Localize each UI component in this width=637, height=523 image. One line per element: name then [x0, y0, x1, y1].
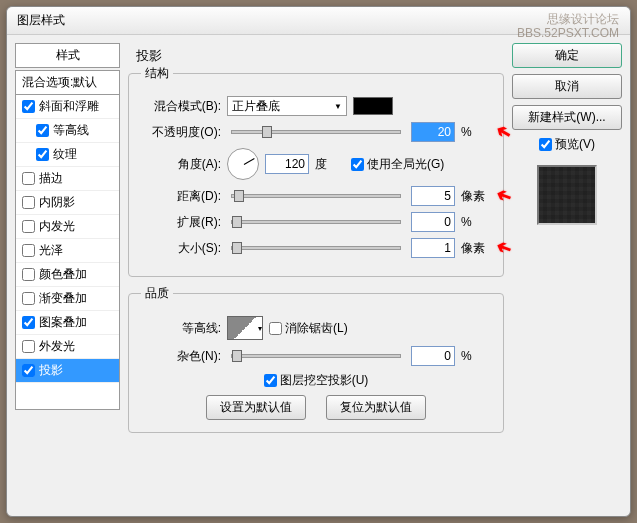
chevron-down-icon: ▾: [258, 324, 262, 333]
style-item-stroke[interactable]: 描边: [16, 167, 119, 191]
quality-legend: 品质: [141, 285, 173, 302]
check-inner-glow[interactable]: [22, 220, 35, 233]
check-color-overlay[interactable]: [22, 268, 35, 281]
angle-input[interactable]: [265, 154, 309, 174]
blend-mode-label: 混合模式(B):: [141, 98, 221, 115]
slider-thumb[interactable]: [234, 190, 244, 202]
ok-button[interactable]: 确定: [512, 43, 622, 68]
angle-dial[interactable]: [227, 148, 259, 180]
quality-fieldset: 品质 等高线: ▾ 消除锯齿(L) 杂色(N): % 图层挖空投影(U) 设置为…: [128, 285, 504, 433]
check-texture[interactable]: [36, 148, 49, 161]
style-item-texture[interactable]: 纹理: [16, 143, 119, 167]
distance-slider[interactable]: [231, 194, 401, 198]
styles-panel: 样式 混合选项:默认 斜面和浮雕 等高线 纹理 描边 内阴影 内发光 光泽 颜色…: [15, 43, 120, 508]
style-item-inner-glow[interactable]: 内发光: [16, 215, 119, 239]
structure-fieldset: 结构 混合模式(B): 正片叠底▼ 不透明度(O): % ➔ 角度(A):: [128, 65, 504, 277]
contour-label: 等高线:: [141, 320, 221, 337]
style-item-drop-shadow[interactable]: 投影: [16, 359, 119, 383]
check-stroke[interactable]: [22, 172, 35, 185]
spread-unit: %: [461, 215, 491, 229]
structure-legend: 结构: [141, 65, 173, 82]
global-light-checkbox[interactable]: 使用全局光(G): [351, 156, 444, 173]
antialias-checkbox[interactable]: 消除锯齿(L): [269, 320, 348, 337]
shadow-color-swatch[interactable]: [353, 97, 393, 115]
check-contour[interactable]: [36, 124, 49, 137]
spread-label: 扩展(R):: [141, 214, 221, 231]
contour-picker[interactable]: ▾: [227, 316, 263, 340]
check-outer-glow[interactable]: [22, 340, 35, 353]
style-item-bevel[interactable]: 斜面和浮雕: [16, 95, 119, 119]
slider-thumb[interactable]: [262, 126, 272, 138]
knockout-checkbox[interactable]: 图层挖空投影(U): [264, 372, 369, 389]
angle-hand: [244, 158, 255, 165]
spread-slider[interactable]: [231, 220, 401, 224]
blend-mode-combo[interactable]: 正片叠底▼: [227, 96, 347, 116]
check-drop-shadow[interactable]: [22, 364, 35, 377]
cancel-button[interactable]: 取消: [512, 74, 622, 99]
spread-input[interactable]: [411, 212, 455, 232]
distance-input[interactable]: [411, 186, 455, 206]
noise-unit: %: [461, 349, 491, 363]
right-panel: 确定 取消 新建样式(W)... 预览(V): [512, 43, 622, 508]
check-pattern-overlay[interactable]: [22, 316, 35, 329]
styles-header[interactable]: 样式: [15, 43, 120, 68]
slider-thumb[interactable]: [232, 350, 242, 362]
slider-thumb[interactable]: [232, 242, 242, 254]
size-slider[interactable]: [231, 246, 401, 250]
styles-list: 混合选项:默认 斜面和浮雕 等高线 纹理 描边 内阴影 内发光 光泽 颜色叠加 …: [15, 70, 120, 410]
opacity-input[interactable]: [411, 122, 455, 142]
angle-label: 角度(A):: [141, 156, 221, 173]
style-blend-options[interactable]: 混合选项:默认: [16, 71, 119, 95]
angle-unit: 度: [315, 156, 345, 173]
size-unit: 像素: [461, 240, 491, 257]
distance-label: 距离(D):: [141, 188, 221, 205]
preview-swatch: [537, 165, 597, 225]
preview-checkbox[interactable]: 预览(V): [539, 136, 595, 153]
style-item-satin[interactable]: 光泽: [16, 239, 119, 263]
chevron-down-icon: ▼: [334, 102, 342, 111]
slider-thumb[interactable]: [232, 216, 242, 228]
check-inner-shadow[interactable]: [22, 196, 35, 209]
style-item-pattern-overlay[interactable]: 图案叠加: [16, 311, 119, 335]
size-input[interactable]: [411, 238, 455, 258]
noise-label: 杂色(N):: [141, 348, 221, 365]
noise-input[interactable]: [411, 346, 455, 366]
layer-style-dialog: 图层样式 样式 混合选项:默认 斜面和浮雕 等高线 纹理 描边 内阴影 内发光 …: [6, 6, 631, 517]
check-bevel[interactable]: [22, 100, 35, 113]
reset-default-button[interactable]: 复位为默认值: [326, 395, 426, 420]
check-gradient-overlay[interactable]: [22, 292, 35, 305]
style-item-outer-glow[interactable]: 外发光: [16, 335, 119, 359]
opacity-unit: %: [461, 125, 491, 139]
style-item-color-overlay[interactable]: 颜色叠加: [16, 263, 119, 287]
panel-title: 投影: [128, 43, 504, 65]
set-default-button[interactable]: 设置为默认值: [206, 395, 306, 420]
opacity-slider[interactable]: [231, 130, 401, 134]
style-item-gradient-overlay[interactable]: 渐变叠加: [16, 287, 119, 311]
settings-panel: 投影 结构 混合模式(B): 正片叠底▼ 不透明度(O): % ➔ 角度(A):: [128, 43, 504, 508]
opacity-label: 不透明度(O):: [141, 124, 221, 141]
noise-slider[interactable]: [231, 354, 401, 358]
new-style-button[interactable]: 新建样式(W)...: [512, 105, 622, 130]
style-item-contour[interactable]: 等高线: [16, 119, 119, 143]
distance-unit: 像素: [461, 188, 491, 205]
watermark: 思缘设计论坛 BBS.52PSXT.COM: [517, 12, 619, 41]
size-label: 大小(S):: [141, 240, 221, 257]
style-item-inner-shadow[interactable]: 内阴影: [16, 191, 119, 215]
check-satin[interactable]: [22, 244, 35, 257]
